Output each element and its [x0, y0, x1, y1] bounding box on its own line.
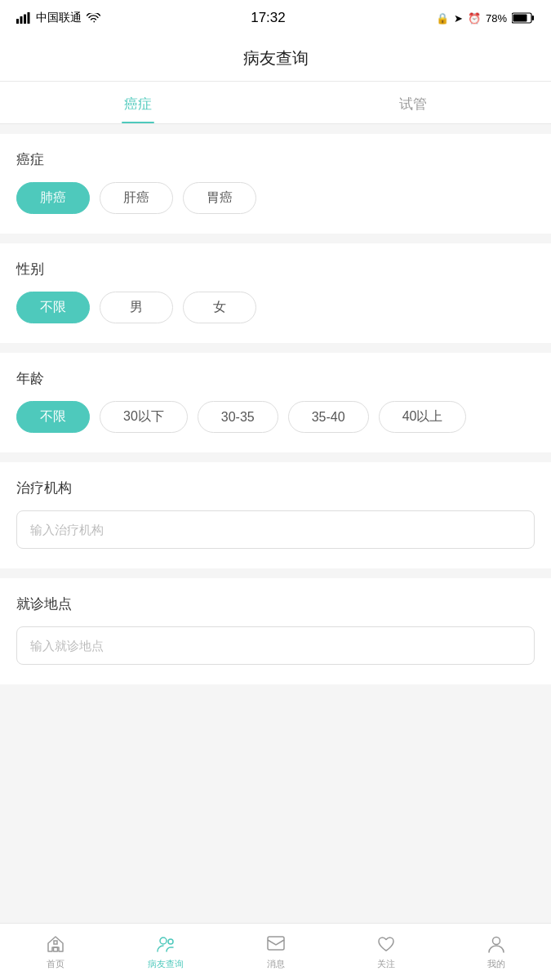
gender-option-all[interactable]: 不限	[16, 292, 90, 323]
svg-rect-6	[513, 15, 527, 22]
status-bar: 中国联通 17:32 🔒 ➤ ⏰ 78%	[0, 0, 551, 36]
age-option-30to35[interactable]: 30-35	[198, 401, 278, 433]
tab-bar: 癌症 试管	[0, 82, 551, 124]
message-icon	[265, 933, 287, 955]
gender-filter-group: 不限 男 女	[16, 292, 535, 323]
gender-option-male[interactable]: 男	[100, 292, 173, 323]
bottom-nav: 首页 病友查询 消息 关注	[0, 923, 551, 980]
location-label: 就诊地点	[16, 595, 535, 613]
svg-rect-0	[16, 19, 19, 24]
institution-section: 治疗机构	[0, 462, 551, 568]
cancer-option-lung[interactable]: 肺癌	[16, 182, 90, 214]
nav-mine[interactable]: 我的	[441, 924, 551, 980]
age-option-over40[interactable]: 40以上	[379, 401, 467, 433]
svg-rect-3	[28, 12, 30, 24]
nav-friends-label: 病友查询	[148, 958, 184, 970]
battery-label: 78%	[486, 12, 507, 24]
location-section: 就诊地点	[0, 578, 551, 684]
age-option-under30[interactable]: 30以下	[100, 401, 188, 433]
institution-label: 治疗机构	[16, 479, 535, 497]
svg-rect-5	[531, 16, 534, 20]
tab-cancer[interactable]: 癌症	[0, 82, 276, 123]
carrier-label: 中国联通	[36, 11, 82, 25]
age-filter-group: 不限 30以下 30-35 35-40 40以上	[16, 401, 535, 433]
nav-follow-label: 关注	[377, 958, 395, 970]
tab-ivf[interactable]: 试管	[276, 82, 552, 123]
user-icon	[486, 933, 507, 955]
institution-input[interactable]	[16, 510, 535, 549]
wifi-icon	[87, 13, 100, 24]
cancer-option-liver[interactable]: 肝癌	[100, 182, 173, 214]
gender-section: 性别 不限 男 女	[0, 243, 551, 343]
friends-icon	[155, 933, 176, 955]
cancer-label: 癌症	[16, 150, 535, 169]
signal-icon	[16, 12, 31, 24]
nav-mine-label: 我的	[487, 958, 505, 970]
home-icon	[45, 933, 66, 955]
svg-rect-2	[24, 15, 26, 24]
cancer-filter-group: 肺癌 肝癌 胃癌	[16, 182, 535, 214]
alarm-icon: ⏰	[468, 12, 481, 24]
nav-friends[interactable]: 病友查询	[110, 924, 220, 980]
nav-follow[interactable]: 关注	[331, 924, 441, 980]
svg-point-9	[168, 939, 173, 944]
svg-point-8	[160, 938, 167, 944]
cancer-option-stomach[interactable]: 胃癌	[183, 182, 256, 214]
svg-rect-1	[20, 16, 23, 24]
age-section: 年龄 不限 30以下 30-35 35-40 40以上	[0, 353, 551, 452]
location-icon: ➤	[454, 12, 463, 24]
cancer-section: 癌症 肺癌 肝癌 胃癌	[0, 134, 551, 234]
page-title: 病友查询	[0, 36, 551, 82]
svg-point-11	[492, 938, 500, 945]
status-time: 17:32	[251, 10, 286, 26]
lock-icon: 🔒	[436, 12, 449, 24]
battery-icon	[512, 12, 535, 24]
age-option-all[interactable]: 不限	[16, 401, 90, 433]
location-input[interactable]	[16, 626, 535, 665]
nav-messages-label: 消息	[267, 958, 285, 970]
nav-messages[interactable]: 消息	[220, 924, 331, 980]
content-area: 癌症 肺癌 肝癌 胃癌 性别 不限 男 女 年龄 不限 30以下 30-35 3…	[0, 124, 551, 980]
status-carrier: 中国联通	[16, 11, 100, 25]
gender-option-female[interactable]: 女	[183, 292, 256, 323]
nav-home[interactable]: 首页	[0, 924, 110, 980]
heart-icon	[375, 933, 397, 955]
gender-label: 性别	[16, 260, 535, 278]
nav-home-label: 首页	[47, 958, 64, 970]
status-icons: 🔒 ➤ ⏰ 78%	[436, 12, 535, 24]
svg-rect-10	[268, 937, 284, 950]
age-option-35to40[interactable]: 35-40	[288, 401, 369, 433]
svg-rect-7	[53, 947, 57, 951]
age-label: 年龄	[16, 369, 535, 388]
